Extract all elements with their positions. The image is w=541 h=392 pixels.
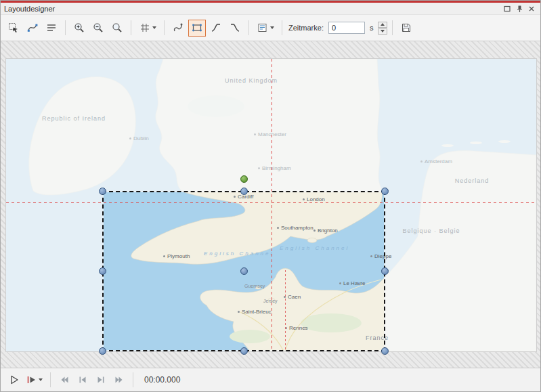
resize-handle-bottom[interactable] (240, 347, 248, 355)
play-icon (9, 374, 20, 385)
object-chooser-button[interactable] (254, 20, 277, 37)
grid-button[interactable] (136, 20, 159, 37)
stepper-down-button[interactable] (378, 28, 387, 35)
zeitmarke-unit: s (370, 24, 374, 32)
map-label: Birmingham (258, 166, 291, 171)
toolbar-separator (248, 20, 249, 35)
step-forward-button[interactable] (93, 372, 109, 388)
dim-overlay-left (6, 192, 104, 350)
save-button[interactable] (397, 20, 415, 37)
resize-handle-top[interactable] (240, 188, 248, 195)
select-tool-icon (8, 22, 19, 33)
resize-handle-right[interactable] (381, 267, 389, 275)
curve-ramp-out-button[interactable] (226, 20, 244, 37)
selection-rectangle[interactable] (102, 191, 385, 351)
map-object[interactable]: United Kingdom Republic of Ireland Dubli… (6, 59, 536, 351)
transport-separator (133, 372, 133, 387)
zoom-in-icon (74, 22, 85, 33)
object-list-button[interactable] (43, 20, 60, 37)
time-display: 00:00.000 (144, 375, 180, 385)
pin-icon (515, 5, 523, 13)
dim-overlay-right (384, 192, 536, 350)
map-label: United Kingdom (225, 78, 278, 84)
panel-title: Layoutdesigner (4, 5, 55, 13)
layout-canvas[interactable]: United Kingdom Republic of Ireland Dubli… (1, 41, 540, 368)
titlebar[interactable]: Layoutdesigner (1, 3, 540, 14)
map-label: Dublin (129, 136, 149, 141)
toolbar-separator (164, 20, 165, 35)
zeitmarke-label: Zeitmarke: (288, 24, 324, 32)
zoom-out-icon (93, 22, 104, 33)
close-icon (527, 5, 536, 13)
play-options-caret (39, 378, 43, 381)
camera-frame-button[interactable] (188, 20, 206, 37)
select-tool-button[interactable] (5, 20, 22, 37)
center-marker-handle[interactable] (240, 267, 248, 275)
zeitmarke-input[interactable] (328, 22, 365, 34)
curve-ramp-in-button[interactable] (207, 20, 225, 37)
toolbar-separator (131, 20, 131, 35)
maximize-icon (503, 5, 511, 13)
pin-button[interactable] (514, 4, 525, 14)
grid-dropdown-caret (152, 26, 156, 29)
play-button[interactable] (6, 372, 22, 388)
zoom-reset-icon (112, 22, 123, 33)
step-forward-icon (95, 374, 106, 385)
rotation-handle[interactable] (240, 175, 248, 183)
motion-path-icon (173, 22, 183, 33)
map-label: Nederland (455, 178, 490, 184)
resize-handle-top-left[interactable] (99, 188, 106, 195)
zoom-in-button[interactable] (70, 20, 88, 37)
map-label: Belgique · België (402, 228, 460, 234)
zoom-out-button[interactable] (89, 20, 107, 37)
zeitmarke-stepper (378, 22, 387, 35)
map-label: Amsterdam (420, 159, 452, 165)
toolbar-separator (282, 20, 282, 35)
toolbar: Zeitmarke: s (1, 14, 540, 41)
stepper-up-button[interactable] (378, 22, 387, 28)
object-chooser-icon (257, 22, 268, 33)
transport-separator (50, 372, 51, 387)
object-chooser-dropdown-caret (270, 26, 274, 29)
curve-ramp-out-icon (230, 22, 240, 33)
transport-bar: 00:00.000 (1, 368, 540, 391)
motion-path-button[interactable] (169, 20, 187, 37)
to-end-icon (114, 374, 125, 385)
play-from-timemark-button[interactable] (24, 372, 45, 388)
to-end-button[interactable] (111, 372, 127, 388)
edit-curve-button[interactable] (24, 20, 41, 37)
resize-handle-top-right[interactable] (381, 188, 389, 195)
step-back-icon (77, 374, 88, 385)
toolbar-separator (65, 20, 66, 35)
play-from-timemark-icon (26, 374, 37, 385)
save-icon (401, 22, 412, 33)
resize-handle-bottom-right[interactable] (381, 347, 389, 355)
maximize-button[interactable] (502, 4, 513, 14)
map-label: Republic of Ireland (42, 116, 106, 122)
to-start-icon (59, 374, 70, 385)
close-button[interactable] (526, 4, 537, 14)
camera-frame-icon (192, 22, 202, 33)
resize-handle-bottom-left[interactable] (99, 347, 106, 355)
layoutdesigner-panel: Layoutdesigner (0, 0, 541, 392)
toolbar-separator (392, 20, 393, 35)
grid-icon (139, 22, 150, 33)
resize-handle-left[interactable] (99, 267, 106, 275)
curve-ramp-in-icon (211, 22, 221, 33)
step-back-button[interactable] (74, 372, 91, 388)
edit-curve-icon (27, 22, 38, 33)
map-label: Manchester (254, 132, 286, 137)
zoom-reset-button[interactable] (108, 20, 126, 37)
object-list-icon (46, 22, 57, 33)
to-start-button[interactable] (56, 372, 72, 388)
